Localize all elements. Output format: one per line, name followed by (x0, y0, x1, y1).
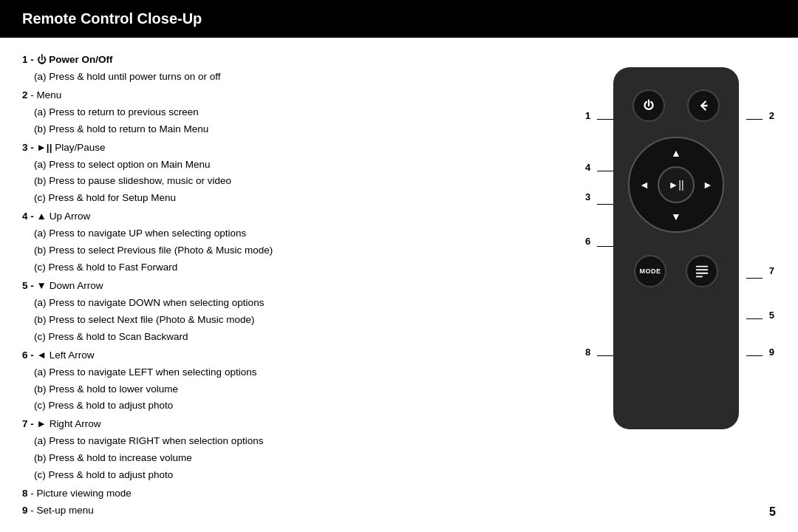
menu-return-button[interactable] (687, 89, 720, 122)
label-2: 2 (769, 110, 774, 121)
label-6: 6 (585, 236, 590, 247)
line-1 (597, 119, 613, 120)
page-number: 5 (769, 505, 776, 519)
item-1-header: 1 - ⏻ Power On/Off (22, 52, 569, 68)
svg-rect-3 (696, 276, 703, 277)
label-3: 3 (585, 191, 590, 202)
item-5-sub-a: (a) Press to navigate DOWN when selectin… (22, 296, 569, 311)
page-header: Remote Control Close-Up (0, 0, 798, 38)
item-3-sub-a: (a) Press to select option on Main Menu (22, 157, 569, 173)
up-arrow-button[interactable]: ▲ (666, 143, 686, 163)
item-5-header: 5 - ▼ Down Arrow (22, 279, 569, 294)
power-button[interactable] (632, 89, 665, 122)
item-4-header: 4 - ▲ Up Arrow (22, 209, 569, 225)
label-9: 9 (769, 347, 774, 358)
line-2 (746, 119, 763, 120)
page-title: Remote Control Close-Up (22, 10, 202, 27)
line-4 (597, 171, 613, 171)
top-button-row (632, 89, 720, 122)
label-8: 8 (585, 347, 590, 358)
item-2-header: 2 - Menu (22, 88, 569, 103)
line-8 (597, 355, 613, 356)
item-7-sub-a: (a) Press to navigate RIGHT when selecti… (22, 434, 569, 449)
main-content: 1 - ⏻ Power On/Off (a) Press & hold unti… (0, 38, 798, 532)
item-5-sub-b: (b) Press to select Next file (Photo & M… (22, 313, 569, 328)
item-4-sub-b: (b) Press to select Previous file (Photo… (22, 243, 569, 259)
item-3-sub-b: (b) Press to pause slideshow, music or v… (22, 174, 569, 189)
remote-body: ▲ ▼ ◄ ► ►|| MODE (613, 67, 739, 429)
down-arrow-button[interactable]: ▼ (666, 206, 686, 227)
setup-menu-button[interactable] (686, 255, 718, 287)
item-2-sub-b: (b) Press & hold to return to Main Menu (22, 122, 569, 137)
item-6-sub-c: (c) Press & hold to adjust photo (22, 398, 569, 414)
item-3-header: 3 - ►|| Play/Pause (22, 140, 569, 156)
text-section: 1 - ⏻ Power On/Off (a) Press & hold unti… (22, 52, 569, 520)
label-4: 4 (585, 162, 590, 173)
item-7-header: 7 - ► Right Arrow (22, 417, 569, 432)
remote-wrapper: 1 2 4 3 6 7 5 8 9 (584, 60, 776, 444)
play-pause-button[interactable]: ►|| (658, 166, 695, 203)
play-pause-icon: ►|| (668, 179, 683, 191)
svg-rect-2 (696, 273, 709, 274)
line-6 (597, 246, 613, 247)
label-1: 1 (585, 110, 590, 121)
right-arrow-button[interactable]: ► (698, 174, 718, 195)
line-7 (746, 278, 763, 279)
item-8-header: 8 - Picture viewing mode (22, 486, 569, 502)
item-6-sub-a: (a) Press to navigate LEFT when selectin… (22, 365, 569, 381)
line-5 (746, 318, 763, 319)
item-4-sub-c: (c) Press & hold to Fast Forward (22, 260, 569, 276)
line-3 (597, 204, 613, 205)
left-arrow-button[interactable]: ◄ (634, 174, 655, 195)
label-5: 5 (769, 310, 774, 321)
item-6-sub-b: (b) Press & hold to lower volume (22, 382, 569, 398)
power-icon: ⏻ (37, 54, 47, 65)
remote-section: 1 2 4 3 6 7 5 8 9 (584, 52, 776, 520)
mode-button[interactable]: MODE (634, 255, 666, 287)
item-7-sub-c: (c) Press & hold to adjust photo (22, 468, 569, 483)
svg-rect-1 (696, 269, 709, 270)
item-1-label: 1 - (22, 54, 37, 65)
item-9-header: 9 - Set-up menu (22, 503, 569, 519)
item-3-sub-c: (c) Press & hold for Setup Menu (22, 191, 569, 206)
item-5-sub-c: (c) Press & hold to Scan Backward (22, 330, 569, 345)
item-6-header: 6 - ◄ Left Arrow (22, 348, 569, 364)
svg-rect-0 (696, 266, 709, 267)
label-7: 7 (769, 265, 774, 276)
dpad: ▲ ▼ ◄ ► ►|| (628, 137, 724, 233)
item-7-sub-b: (b) Press & hold to increase volume (22, 451, 569, 466)
bottom-button-row: MODE (634, 255, 718, 287)
line-9 (746, 355, 763, 356)
item-1-sub-a: (a) Press & hold until power turns on or… (22, 69, 569, 85)
mode-label: MODE (640, 267, 661, 275)
item-4-sub-a: (a) Press to navigate UP when selecting … (22, 226, 569, 242)
item-2-sub-a: (a) Press to return to previous screen (22, 105, 569, 120)
